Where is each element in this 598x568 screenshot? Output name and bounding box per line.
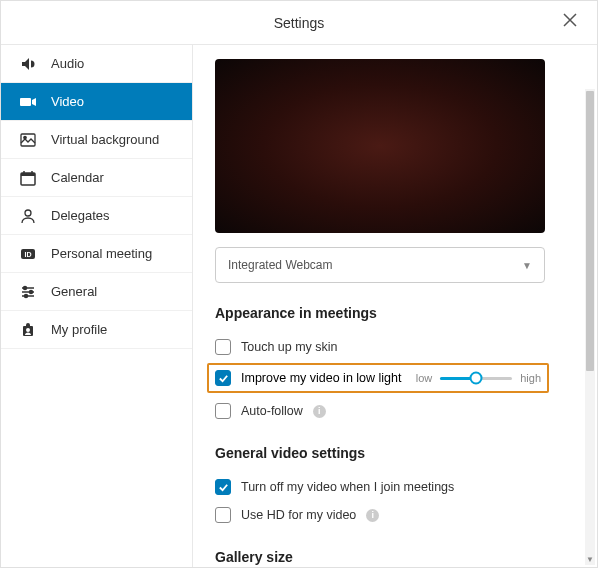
sidebar-label: Delegates	[51, 208, 110, 223]
svg-text:ID: ID	[25, 251, 32, 258]
option-touchup[interactable]: Touch up my skin	[215, 335, 575, 359]
sidebar-label: Audio	[51, 56, 84, 71]
id-icon: ID	[19, 245, 37, 263]
svg-rect-3	[21, 173, 35, 176]
audio-icon	[19, 55, 37, 73]
sidebar-label: Calendar	[51, 170, 104, 185]
settings-modal: Settings Audio Video Virtual background …	[0, 0, 598, 568]
modal-header: Settings	[1, 1, 597, 45]
option-turnoff-video[interactable]: Turn off my video when I join meetings	[215, 475, 575, 499]
option-label: Turn off my video when I join meetings	[241, 480, 454, 494]
content-scrollbar[interactable]: ▲ ▼	[585, 89, 595, 565]
section-appearance-heading: Appearance in meetings	[215, 305, 575, 321]
section-general-heading: General video settings	[215, 445, 575, 461]
chevron-down-icon: ▼	[522, 260, 532, 271]
scroll-down-icon[interactable]: ▼	[585, 555, 595, 565]
lowlight-slider[interactable]	[440, 371, 512, 385]
section-gallery-heading: Gallery size	[215, 549, 575, 565]
sliders-icon	[19, 283, 37, 301]
video-preview	[215, 59, 545, 233]
check-icon	[218, 373, 229, 384]
option-autofollow[interactable]: Auto-follow i	[215, 399, 575, 423]
info-icon[interactable]: i	[366, 509, 379, 522]
close-icon	[563, 13, 577, 27]
checkbox-turnoff[interactable]	[215, 479, 231, 495]
sidebar-label: Personal meeting	[51, 246, 152, 261]
sidebar-item-my-profile[interactable]: My profile	[1, 311, 192, 349]
camera-select-value: Integrated Webcam	[228, 258, 333, 272]
option-label: Auto-follow	[241, 404, 303, 418]
svg-point-9	[25, 294, 28, 297]
calendar-icon	[19, 169, 37, 187]
sidebar-item-audio[interactable]: Audio	[1, 45, 192, 83]
sidebar-label: My profile	[51, 322, 107, 337]
profile-icon	[19, 321, 37, 339]
sidebar-item-video[interactable]: Video	[1, 83, 192, 121]
checkbox-autofollow[interactable]	[215, 403, 231, 419]
sidebar-item-delegates[interactable]: Delegates	[1, 197, 192, 235]
checkbox-touchup[interactable]	[215, 339, 231, 355]
svg-point-1	[24, 136, 26, 138]
sidebar-label: Video	[51, 94, 84, 109]
check-icon	[218, 482, 229, 493]
delegates-icon	[19, 207, 37, 225]
modal-body: Audio Video Virtual background Calendar …	[1, 45, 597, 567]
sidebar-item-personal-meeting[interactable]: ID Personal meeting	[1, 235, 192, 273]
sidebar-item-general[interactable]: General	[1, 273, 192, 311]
modal-title: Settings	[274, 15, 325, 31]
slider-low-label: low	[416, 372, 433, 384]
sidebar-label: Virtual background	[51, 132, 159, 147]
sidebar-item-calendar[interactable]: Calendar	[1, 159, 192, 197]
lowlight-slider-wrap: low high	[416, 371, 541, 385]
checkbox-lowlight[interactable]	[215, 370, 231, 386]
svg-point-4	[25, 210, 31, 216]
close-button[interactable]	[563, 13, 583, 33]
slider-high-label: high	[520, 372, 541, 384]
camera-select[interactable]: Integrated Webcam ▼	[215, 247, 545, 283]
sidebar-label: General	[51, 284, 97, 299]
option-label: Use HD for my video	[241, 508, 356, 522]
video-icon	[19, 93, 37, 111]
virtual-bg-icon	[19, 131, 37, 149]
settings-content: Integrated Webcam ▼ Appearance in meetin…	[193, 45, 597, 567]
option-label: Touch up my skin	[241, 340, 338, 354]
svg-point-8	[30, 290, 33, 293]
option-lowlight-highlighted[interactable]: Improve my video in low light low high	[207, 363, 549, 393]
option-label: Improve my video in low light	[241, 371, 401, 385]
option-hd-video[interactable]: Use HD for my video i	[215, 503, 575, 527]
slider-thumb[interactable]	[470, 372, 483, 385]
sidebar-item-virtual-background[interactable]: Virtual background	[1, 121, 192, 159]
scrollbar-thumb[interactable]	[586, 91, 594, 371]
svg-point-7	[24, 286, 27, 289]
info-icon[interactable]: i	[313, 405, 326, 418]
settings-sidebar: Audio Video Virtual background Calendar …	[1, 45, 193, 567]
checkbox-hd[interactable]	[215, 507, 231, 523]
